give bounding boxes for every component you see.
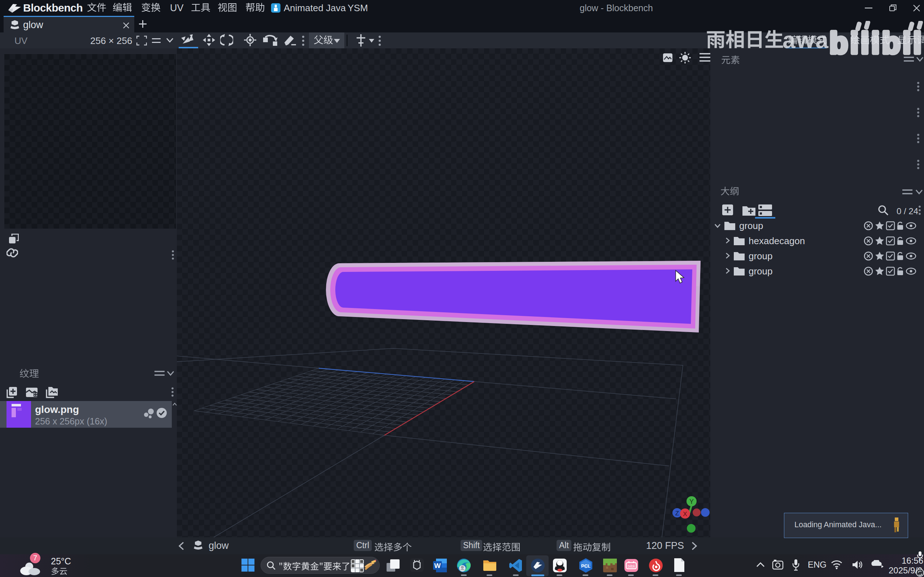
svg-text:X: X (683, 511, 687, 517)
svg-text:blibli: blibli (628, 564, 635, 568)
svg-text:W: W (434, 562, 441, 569)
svg-text:PCL: PCL (581, 563, 591, 569)
svg-text:Y: Y (690, 498, 694, 505)
svg-text:Z: Z (675, 510, 679, 517)
